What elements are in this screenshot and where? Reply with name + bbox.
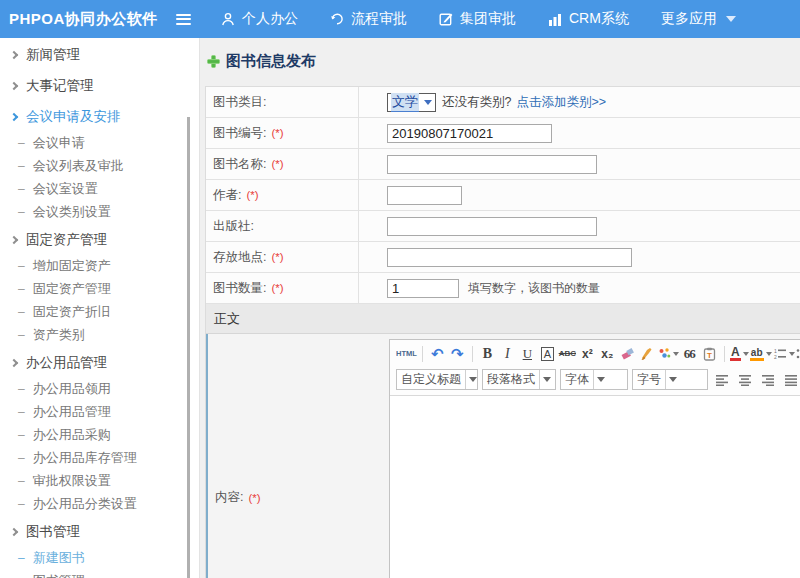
sidebar-item-label: 会议类别设置 (33, 203, 111, 221)
edit-icon (439, 12, 453, 26)
sidebar-item-approval-permission-settings[interactable]: –审批权限设置 (0, 469, 199, 492)
add-category-link[interactable]: 点击添加类别>> (516, 94, 606, 111)
user-icon (221, 12, 235, 26)
sidebar-scrollbar[interactable] (187, 117, 190, 578)
sidebar-item-fixed-asset-depreciation[interactable]: –固定资产折旧 (0, 300, 199, 323)
caret-down-icon (743, 352, 749, 356)
book-form: 图书类目: 文学 还没有类别? 点击添加类别>> 图书编号:(*) 图书名称:(… (205, 86, 800, 578)
sidebar-item-supplies-purchase[interactable]: –办公用品采购 (0, 423, 199, 446)
sidebar-item-book-manage[interactable]: –图书管理 (0, 569, 199, 578)
rich-text-editor: HTML ↶ ↷ B I U A ABC x² x₂ (389, 339, 800, 578)
sidebar-item-news-management[interactable]: 新闻管理 (0, 41, 199, 69)
required-marker: (*) (271, 127, 283, 139)
dash-icon: – (18, 159, 25, 173)
sidebar-item-book-management[interactable]: 图书管理 (0, 518, 199, 546)
sidebar-item-meeting-request[interactable]: 会议申请及安排 (0, 103, 199, 131)
sidebar-item-meeting-apply[interactable]: –会议申请 (0, 131, 199, 154)
format-brush-icon (640, 347, 654, 360)
field-label: 存放地点: (213, 249, 266, 266)
sidebar-item-fixed-assets-management[interactable]: 固定资产管理 (0, 226, 199, 254)
sidebar-item-supplies-claim[interactable]: –办公用品领用 (0, 377, 199, 400)
dash-icon: – (18, 405, 25, 419)
paragraph-format-select[interactable]: 段落格式 (482, 369, 556, 390)
chevron-right-icon (10, 82, 18, 90)
eraser-icon (620, 347, 635, 360)
eraser-button[interactable] (618, 344, 637, 364)
sidebar-item-add-fixed-asset[interactable]: –增加固定资产 (0, 254, 199, 277)
sidebar-item-meeting-list-approval[interactable]: –会议列表及审批 (0, 154, 199, 177)
blockquote-button[interactable]: 66 (680, 344, 699, 364)
font-color-button[interactable]: A (730, 344, 749, 364)
sidebar-item-asset-category[interactable]: –资产类别 (0, 323, 199, 346)
sidebar-item-supplies-category-settings[interactable]: –办公用品分类设置 (0, 492, 199, 515)
justify-right-button[interactable] (758, 370, 777, 390)
nav-item-group-approval[interactable]: 集团审批 (439, 10, 516, 28)
font-size-select[interactable]: 字号 (632, 369, 708, 390)
category-selected-value: 文学 (391, 93, 419, 112)
undo-button[interactable]: ↶ (428, 344, 447, 364)
superscript-button[interactable]: x² (578, 344, 597, 364)
nav-item-label: 更多应用 (661, 10, 717, 28)
caret-down-icon (789, 352, 795, 356)
book-no-input[interactable] (387, 124, 552, 143)
book-name-input[interactable] (387, 155, 597, 174)
unordered-list-button[interactable] (796, 344, 800, 364)
custom-title-select[interactable]: 自定义标题 (396, 369, 478, 390)
field-label: 内容: (215, 489, 243, 506)
sidebar-item-supplies-manage[interactable]: –办公用品管理 (0, 400, 199, 423)
justify-center-button[interactable] (735, 370, 754, 390)
background-color-button[interactable]: ab (750, 344, 772, 364)
sidebar-item-meeting-room-settings[interactable]: –会议室设置 (0, 177, 199, 200)
bold-button[interactable]: B (478, 344, 497, 364)
html-source-button[interactable]: HTML (396, 344, 417, 364)
select-label: 段落格式 (487, 371, 535, 388)
sidebar-item-memorabilia-management[interactable]: 大事记管理 (0, 72, 199, 100)
nav-item-crm-system[interactable]: CRM系统 (548, 10, 629, 28)
location-input[interactable] (387, 248, 632, 267)
justify-left-button[interactable] (712, 370, 731, 390)
format-brush-button[interactable] (638, 344, 657, 364)
underline-button[interactable]: U (518, 344, 537, 364)
form-row-book-name: 图书名称:(*) (206, 149, 800, 180)
nav-item-workflow-approval[interactable]: 流程审批 (330, 10, 407, 28)
sidebar-item-new-book[interactable]: –新建图书 (0, 546, 199, 569)
sidebar-item-office-supplies-management[interactable]: 办公用品管理 (0, 349, 199, 377)
sidebar-item-meeting-category-settings[interactable]: –会议类别设置 (0, 200, 199, 223)
author-input[interactable] (387, 186, 462, 205)
svg-text:1: 1 (774, 348, 777, 354)
font-border-button[interactable]: A (541, 347, 554, 361)
strikethrough-button[interactable]: ABC (558, 344, 577, 364)
justify-right-icon (761, 374, 775, 386)
quantity-input[interactable] (387, 279, 459, 298)
page-title: 图书信息发布 (207, 51, 800, 71)
sidebar-item-supplies-inventory[interactable]: –办公用品库存管理 (0, 446, 199, 469)
publisher-input[interactable] (387, 217, 597, 236)
justify-full-icon (784, 374, 798, 386)
italic-button[interactable]: I (498, 344, 517, 364)
sidebar-item-label: 办公用品管理 (33, 403, 111, 421)
justify-full-button[interactable] (781, 370, 800, 390)
dash-icon: – (18, 259, 25, 273)
toolbar-separator (724, 346, 725, 362)
sidebar-item-fixed-asset-manage[interactable]: –固定资产管理 (0, 277, 199, 300)
paste-text-button[interactable]: T (700, 344, 719, 364)
dash-icon: – (18, 328, 25, 342)
form-row-content: 内容:(*) HTML ↶ ↷ B I U A (206, 334, 800, 578)
editor-content-area[interactable] (390, 396, 800, 578)
caret-down-icon (673, 352, 679, 356)
dash-icon: – (18, 305, 25, 319)
category-select[interactable]: 文学 (387, 93, 436, 112)
redo-button[interactable]: ↷ (448, 344, 467, 364)
sidebar-item-label: 固定资产管理 (33, 280, 111, 298)
auto-typeset-button[interactable] (658, 344, 679, 364)
nav-item-personal-office[interactable]: 个人办公 (221, 10, 298, 28)
toolbar-separator (422, 346, 423, 362)
sidebar-item-label: 会议列表及审批 (33, 157, 124, 175)
font-family-select[interactable]: 字体 (560, 369, 628, 390)
sidebar-item-label: 固定资产折旧 (33, 303, 111, 321)
menu-toggle-button[interactable] (176, 14, 191, 25)
select-label: 自定义标题 (401, 371, 461, 388)
subscript-button[interactable]: x₂ (598, 344, 617, 364)
nav-item-more-apps[interactable]: 更多应用 (661, 10, 736, 28)
ordered-list-button[interactable]: 12 (773, 344, 795, 364)
